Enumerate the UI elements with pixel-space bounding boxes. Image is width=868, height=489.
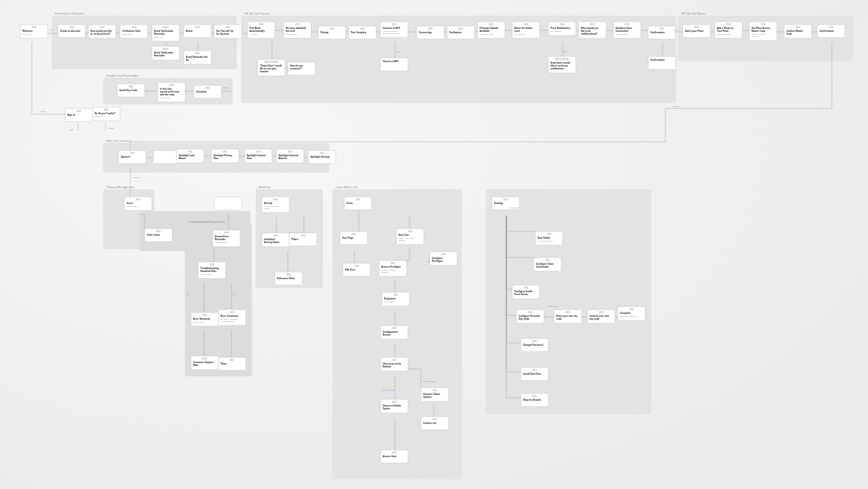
card-te4[interactable]: VIEWError ContinuesTry again — persisten…: [218, 310, 246, 326]
card-s2[interactable]: VIEWDark ModesLock format settings: [535, 231, 563, 245]
card-c0[interactable]: VIEWWelcomeLaunch / intro: [20, 25, 48, 38]
card-c10[interactable]: VIEWPair Complete: [349, 26, 376, 39]
card-l4[interactable]: VIEWSpotlight PrivacyHour: [211, 149, 239, 163]
card-b2[interactable]: VIEWIndividualActivity Event: [262, 233, 289, 247]
card-c11b[interactable]: Choose a WiFi: [380, 58, 408, 71]
card-c5b[interactable]: VIEWEmail Reminder SetUp: [184, 51, 211, 64]
card-u4[interactable]: VIEWNew UserName — mis. sharecontacts: [396, 229, 424, 244]
card-c2[interactable]: VIEWHow would you liketo verify account?: [88, 25, 116, 38]
card-type: VIEW: [391, 262, 396, 265]
card-s8[interactable]: VIEWShop for Brands: [521, 394, 548, 407]
card-type: VIEW: [694, 26, 699, 29]
card-c14[interactable]: VIEWFirmware UpdateAvailableAn update is…: [477, 22, 505, 38]
svg-rect-134: [214, 197, 242, 210]
card-u2[interactable]: VIEWUser Page: [340, 231, 367, 244]
card-p4[interactable]: VIEWConfirm MasterCode: [784, 25, 812, 38]
card-c11[interactable]: VIEWConnect to WiFiChoose a network tost…: [380, 22, 408, 38]
card-c4[interactable]: SHEETEmail VerificationReminderResend li…: [152, 25, 179, 41]
card-sp2[interactable]: VIEWIn this slot,record in the lockwith …: [158, 82, 185, 102]
card-u6[interactable]: VIEWExpirationSet end date: [382, 292, 409, 306]
card-te0[interactable]: [214, 197, 242, 210]
svg-text:Filters: Filters: [292, 238, 299, 241]
card-l3[interactable]: VIEWSpotlight LockButton: [176, 149, 204, 163]
card-pm2[interactable]: VIEWOther Users: [145, 229, 172, 242]
card-s5b[interactable]: VIEWEnter your new keycode: [554, 310, 582, 323]
card-s5d[interactable]: VIEWCompleteNew personal code set: [618, 307, 645, 320]
card-type: VIEW: [203, 314, 208, 317]
svg-text:Activity: Activity: [264, 202, 273, 205]
card-s5[interactable]: VIEWConfigure PersonalKey Code: [516, 310, 544, 323]
card-c17[interactable]: VIEWWhat would youlike to benotified abo…: [579, 22, 606, 38]
card-u7[interactable]: VIEWConfigurationReview: [380, 326, 408, 339]
card-p1[interactable]: VIEWName your Place: [683, 25, 710, 38]
card-type: SHEET: [163, 48, 169, 51]
flowchart-canvas[interactable]: Permissions OverviewHK Set Up ProcessHK …: [0, 0, 868, 489]
group-label: Troubleshooting/Report Error: [188, 220, 226, 224]
card-sp1[interactable]: VIEWScroll Key Code: [117, 84, 145, 97]
group-g10: [486, 190, 651, 414]
card-b4[interactable]: VIEWReference Show: [275, 272, 302, 285]
card-s6[interactable]: VIEWChange Password: [521, 339, 548, 352]
card-c9[interactable]: VIEWPairing: [318, 26, 346, 39]
card-s4[interactable]: VIEWConfigure InsidePush Screen: [512, 285, 540, 299]
card-u9b[interactable]: VIEWContact List: [421, 417, 448, 430]
card-u8[interactable]: VIEWChoose an InviteMethod: [380, 357, 408, 371]
card-c16b[interactable]: NATIVE MODALSend alerts wouldlike to sen…: [548, 56, 576, 73]
card-s3[interactable]: VIEWConfigure VoiceCommands: [534, 258, 561, 271]
svg-text:Deadlock Miss: Deadlock Miss: [200, 270, 216, 273]
card-type: VIEW: [100, 26, 105, 29]
card-te6[interactable]: VIEWPlace: [218, 357, 246, 370]
svg-text:Privileges: Privileges: [432, 260, 443, 263]
card-u11[interactable]: VIEWAccess Sent: [380, 450, 408, 463]
svg-text:this lock: this lock: [286, 30, 295, 33]
card-type: VIEW: [156, 230, 161, 233]
card-sp3[interactable]: VIEWComplete: [194, 85, 221, 98]
card-p5[interactable]: VIEWConfirmation: [817, 25, 845, 38]
card-s5c[interactable]: VIEWConfirm your newkey code: [587, 310, 615, 323]
card-c5[interactable]: VIEWBrand: [184, 25, 211, 38]
card-pm1[interactable]: VIEWUsersLock / Unlock: [124, 197, 152, 211]
card-l6[interactable]: VIEWSpotlight IntercomButtons: [276, 149, 304, 163]
card-u1[interactable]: VIEWUsers: [344, 197, 372, 210]
card-te5[interactable]: VIEWCustomer SupportMain: [191, 356, 218, 370]
card-p3[interactable]: VIEWSet Place AccessMaster CodeCreate a …: [749, 22, 777, 41]
card-c1[interactable]: VIEWCreate an Account: [58, 25, 85, 38]
card-c3[interactable]: VIEWVerification SentCheck email: [120, 25, 148, 38]
card-cm2[interactable]: How do youcommute?: [288, 62, 315, 75]
card-c6[interactable]: VIEWSet Yourself Upfor Success: [214, 25, 242, 38]
card-c19[interactable]: VIEWConfirmation: [648, 26, 676, 39]
card-c12[interactable]: VIEWConnecting: [417, 26, 444, 39]
card-c15[interactable]: VIEWName this SmartLocke.g. Front Door: [512, 22, 540, 38]
svg-text:Buttons: Buttons: [278, 157, 287, 160]
svg-text:Sign In: Sign In: [67, 114, 75, 116]
card-type: VIEW: [590, 23, 595, 26]
card-c19b[interactable]: Confirmation: [648, 56, 676, 69]
card-te2[interactable]: VIEWTroubleshooting:Deadlock MissHelps c…: [198, 262, 226, 278]
card-c7[interactable]: VIEWPull NameAutomaticallyOTA data: [247, 22, 275, 38]
card-s7[interactable]: VIEWInstall New Door: [521, 367, 548, 380]
card-te3[interactable]: VIEWError ResolvedReturn Home: [191, 312, 218, 326]
card-c16[interactable]: VIEWPush NotificationsStay informed: [548, 22, 576, 35]
svg-text:OTA data: OTA data: [250, 33, 258, 35]
card-c13[interactable]: VIEWVerification: [447, 26, 475, 39]
card-b1[interactable]: VIEWActivityCurrent events log —scroller: [262, 197, 289, 213]
card-c4b[interactable]: SHEETEmail VerificationReminder: [152, 46, 179, 60]
card-c8[interactable]: VIEWWe have identifiedthis lockConfirm d…: [284, 22, 311, 38]
card-l1[interactable]: VIEWSpaces?: [119, 150, 146, 163]
card-u3[interactable]: VIEWEdit User: [343, 263, 370, 276]
card-l5[interactable]: VIEWSpotlight CameraView: [244, 149, 272, 163]
card-u5[interactable]: VIEWAccess PrivilegesAnytime / Recurring…: [379, 260, 407, 276]
card-te1[interactable]: VIEWKnown ErrorReminderWith Notification: [213, 230, 240, 247]
card-cm1[interactable]: NATIVE MODAL"Smart Door" wouldlike to us…: [258, 59, 285, 76]
card-p2[interactable]: VIEWAdd a Photo toYour PlaceChoose an im…: [715, 22, 742, 38]
card-u4b[interactable]: VIEWConfigurePrivileges: [430, 252, 457, 265]
card-b3[interactable]: VIEWFilters: [289, 233, 317, 246]
card-l7[interactable]: VIEWSpotlight Settings: [308, 150, 336, 163]
svg-text:Commands: Commands: [536, 265, 549, 268]
card-si2[interactable]: VIEWNo Boxes Credits?Create one: [93, 107, 120, 121]
card-c18[interactable]: VIEWDatabase SyncConnectionSyncing conta…: [613, 22, 641, 38]
card-u10[interactable]: VIEWChoose a MobileOption: [380, 399, 408, 413]
card-si1[interactable]: VIEWSign In: [65, 109, 93, 122]
card-u9[interactable]: VIEWContact / ShareOptions: [421, 388, 448, 401]
svg-text:Complete: Complete: [620, 312, 631, 315]
